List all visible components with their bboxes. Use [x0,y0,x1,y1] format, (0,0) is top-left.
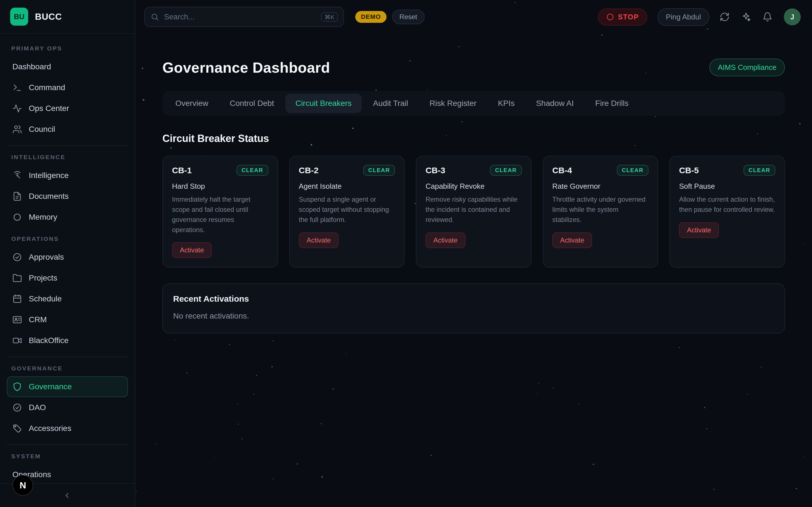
breaker-cards: CB-1 CLEAR Hard Stop Immediately halt th… [162,156,785,268]
tab-circuit-breakers[interactable]: Circuit Breakers [285,94,362,113]
sidebar-section-label: PRIMARY OPS [11,45,123,52]
reset-button[interactable]: Reset [392,10,424,24]
tab-audit-trail[interactable]: Audit Trail [363,94,418,113]
sidebar-item-label: Governance [29,382,72,391]
activate-button[interactable]: Activate [679,222,719,238]
tab-shadow-ai[interactable]: Shadow AI [526,94,584,113]
sidebar-item-label: Approvals [29,252,64,262]
activate-button[interactable]: Activate [425,232,465,248]
sidebar-section-label: INTELLIGENCE [11,154,123,161]
breaker-card: CB-3 CLEAR Capability Revoke Remove risk… [416,156,531,268]
sidebar-item-projects[interactable]: Projects [7,268,128,288]
activate-button[interactable]: Activate [299,232,339,248]
sidebar-item-governance[interactable]: Governance [7,376,128,397]
breaker-card: CB-4 CLEAR Rate Governor Throttle activi… [543,156,658,268]
sidebar-item-label: Command [29,83,65,92]
video-camera-icon [12,336,22,345]
sidebar-item-label: BlackOffice [29,336,68,345]
breaker-description: Remove risky capabilities while the inci… [425,194,522,225]
assistant-button[interactable] [741,11,752,22]
breaker-name: Rate Governor [552,182,601,191]
refresh-button[interactable] [719,11,731,22]
circle-icon [12,212,22,222]
search-box[interactable]: ⌘K [144,7,344,27]
tab-fire-drills[interactable]: Fire Drills [585,94,639,113]
breaker-status-badge: CLEAR [237,165,268,176]
sidebar: BU BUCC PRIMARY OPS Dashboard Command Op… [0,0,135,507]
sidebar-item-dao[interactable]: DAO [7,397,128,418]
user-avatar[interactable]: J [784,8,801,25]
breaker-name: Soft Pause [679,182,715,191]
sidebar-item-ops-center[interactable]: Ops Center [7,98,128,119]
stop-button[interactable]: STOP [598,8,647,25]
app-root: BU BUCC PRIMARY OPS Dashboard Command Op… [0,0,812,507]
breaker-description: Allow the current action to finish, then… [679,194,775,215]
sidebar-section-label: GOVERNANCE [11,365,123,372]
breaker-status-badge: CLEAR [363,165,395,176]
sidebar-item-label: Memory [29,213,57,222]
dev-tools-badge[interactable]: N [12,475,33,496]
compliance-badge: AIMS Compliance [709,59,785,76]
search-input[interactable] [164,13,316,21]
main-content: Governance Dashboard AIMS Compliance Ove… [135,59,812,356]
shield-icon [12,382,22,392]
sidebar-item-label: Council [29,125,55,134]
stop-label: STOP [618,13,639,21]
badge-check-icon [12,403,22,412]
breaker-status-badge: CLEAR [744,165,775,176]
breaker-status-badge: CLEAR [617,165,649,176]
breaker-name: Agent Isolate [299,182,342,191]
activate-button[interactable]: Activate [172,242,212,258]
brand: BU BUCC [0,0,135,34]
radar-icon [12,171,22,180]
sidebar-item-command[interactable]: Command [7,77,128,98]
tab-kpis[interactable]: KPIs [488,94,525,113]
activate-button[interactable]: Activate [552,232,592,248]
breaker-id: CB-5 [679,166,699,175]
sidebar-item-blackoffice[interactable]: BlackOffice [7,330,128,351]
n-logo-icon: N [19,480,26,491]
sidebar-item-memory[interactable]: Memory [7,207,128,228]
recent-activations-panel: Recent Activations No recent activations… [162,283,785,334]
search-icon [151,13,159,21]
notifications-button[interactable] [762,11,774,22]
sidebar-section-items: Dashboard Command Ops Center Council [7,56,128,140]
breaker-description: Throttle activity under governed limits … [552,194,649,225]
tab-control-debt[interactable]: Control Debt [220,94,284,113]
breaker-card-header: CB-2 CLEAR [299,165,395,176]
sidebar-item-approvals[interactable]: Approvals [7,247,128,268]
breaker-card-header: CB-1 CLEAR [172,165,268,176]
sidebar-item-council[interactable]: Council [7,119,128,140]
id-card-icon [12,315,22,325]
users-icon [12,124,22,134]
ping-abdul-button[interactable]: Ping Abdul [658,8,709,26]
section-title: Circuit Breaker Status [162,133,785,145]
brand-name: BUCC [35,11,62,22]
breaker-card-header: CB-5 CLEAR [679,165,775,176]
bell-icon [762,12,772,22]
search-shortcut-badge: ⌘K [321,12,338,22]
sidebar-item-label: Intelligence [29,171,69,180]
calendar-icon [12,294,22,304]
document-icon [12,191,22,201]
sidebar-item-schedule[interactable]: Schedule [7,288,128,309]
demo-badge: DEMO [355,11,387,23]
sidebar-nav: PRIMARY OPS Dashboard Command Ops Center… [0,34,135,483]
sidebar-item-accessories[interactable]: Accessories [7,418,128,439]
sidebar-section: OPERATIONS Approvals Projects Schedule C… [7,235,128,351]
sidebar-item-dashboard[interactable]: Dashboard [7,56,128,77]
breaker-card-header: CB-3 CLEAR [425,165,522,176]
sidebar-item-documents[interactable]: Documents [7,186,128,207]
sidebar-item-label: DAO [29,403,46,412]
sidebar-item-label: CRM [29,315,47,324]
sidebar-section: GOVERNANCE Governance DAO Accessories [7,356,128,439]
page-title: Governance Dashboard [162,59,330,76]
breaker-id: CB-2 [299,166,319,175]
breaker-name: Hard Stop [172,182,205,191]
sidebar-item-crm[interactable]: CRM [7,309,128,330]
breaker-card-header: CB-4 CLEAR [552,165,649,176]
tab-risk-register[interactable]: Risk Register [419,94,487,113]
sidebar-item-intelligence[interactable]: Intelligence [7,165,128,186]
tab-overview[interactable]: Overview [165,94,218,113]
recent-activations-empty-text: No recent activations. [173,312,774,321]
